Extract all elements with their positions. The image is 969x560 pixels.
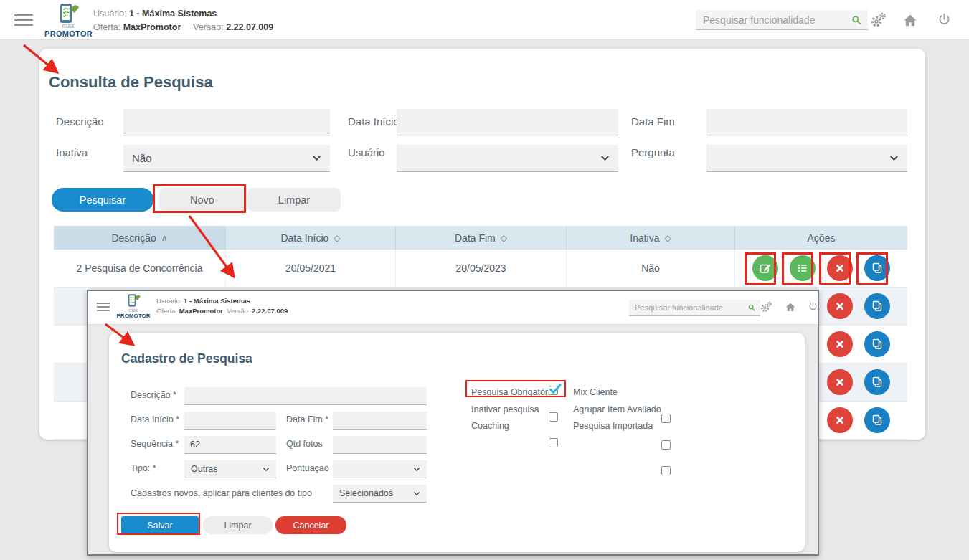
home-icon[interactable]	[785, 301, 796, 315]
functionality-search[interactable]	[629, 300, 760, 316]
user-session-info: Usuário: 1 - Máxima Sistemas Oferta: Max…	[156, 296, 288, 317]
descricao-filter-input[interactable]	[123, 109, 344, 136]
delete-action-button[interactable]	[827, 255, 853, 281]
descricao-filter-label: Descrição	[56, 115, 104, 128]
sequencia-input[interactable]	[184, 436, 288, 453]
magnifier-icon[interactable]	[851, 14, 862, 26]
power-icon[interactable]	[937, 12, 952, 30]
data-inicio-filter-field[interactable]	[397, 109, 618, 136]
data-inicio-filter-input[interactable]	[397, 109, 633, 136]
novo-button[interactable]: Novo	[159, 188, 245, 212]
header-descricao-label: Descrição	[111, 232, 156, 244]
delete-x-icon	[834, 262, 846, 274]
copy-icon	[871, 262, 884, 275]
cadastros-novos-value: Selecionados	[339, 488, 393, 498]
sort-both-icon[interactable]: ◇	[334, 233, 340, 243]
data-fim-filter-field[interactable]	[706, 109, 907, 136]
magnifier-icon[interactable]	[747, 303, 756, 312]
cadastros-novos-label: Cadastros novos, aplicar para clientes d…	[131, 488, 312, 498]
tipo-select[interactable]: Outras	[184, 460, 276, 478]
home-icon[interactable]	[902, 12, 918, 31]
search-input[interactable]	[633, 303, 747, 313]
agrupar-item-avaliado-label: Agrupar Item Avaliado	[573, 404, 661, 414]
functionality-search[interactable]	[696, 10, 868, 30]
header-data-inicio[interactable]: Data Início ◇	[226, 226, 396, 250]
sort-asc-icon[interactable]: ∧	[161, 233, 168, 243]
mix-cliente-checkbox[interactable]	[661, 414, 671, 423]
copy-icon	[871, 338, 884, 351]
agrupar-item-avaliado-checkbox[interactable]	[661, 440, 671, 450]
inativar-pesquisa-label: Inativar pesquisa	[471, 404, 539, 414]
coaching-label: Coaching	[471, 421, 509, 431]
copy-action-button[interactable]	[864, 293, 890, 319]
pontuacao-select[interactable]	[333, 460, 427, 478]
data-inicio-label: Data Início *	[131, 414, 179, 424]
data-inicio-filter-label: Data Início	[348, 115, 400, 128]
mix-cliente-label: Mix Cliente	[573, 387, 618, 397]
descricao-field[interactable]	[184, 387, 427, 405]
data-fim-filter-input[interactable]	[706, 109, 922, 136]
delete-action-button[interactable]	[827, 369, 853, 395]
maxpromotor-logo: max PROMOTOR	[115, 293, 151, 319]
header-inativa[interactable]: Inativa ◇	[567, 226, 735, 250]
version-value: 2.22.07.009	[252, 307, 288, 315]
search-input[interactable]	[701, 14, 851, 27]
page-title: Consulta de Pesquisa	[49, 73, 213, 92]
pergunta-filter-label: Pergunta	[631, 146, 675, 158]
cancelar-button[interactable]: Cancelar	[275, 516, 346, 534]
delete-action-button[interactable]	[827, 293, 853, 319]
pesquisa-importada-label: Pesquisa Importada	[573, 421, 653, 431]
tipo-value: Outras	[191, 464, 218, 474]
header-descricao[interactable]: Descrição ∧	[54, 226, 226, 250]
salvar-button[interactable]: Salvar	[121, 516, 199, 534]
delete-action-button[interactable]	[827, 407, 853, 433]
phone-logo-icon	[124, 293, 143, 309]
descricao-input[interactable]	[184, 387, 438, 404]
copy-action-button[interactable]	[864, 407, 890, 433]
menu-hamburger-icon[interactable]	[14, 14, 33, 29]
inativar-pesquisa-checkbox[interactable]	[549, 412, 558, 422]
list-action-button[interactable]	[790, 255, 816, 281]
cell-acoes	[735, 250, 907, 287]
sort-both-icon[interactable]: ◇	[665, 233, 671, 243]
copy-action-button[interactable]	[864, 255, 890, 281]
pergunta-filter-select[interactable]	[706, 145, 907, 172]
header-acoes-label: Ações	[808, 232, 836, 244]
offer-label: Oferta:	[156, 307, 177, 315]
data-fim-label: Data Fim *	[286, 414, 328, 424]
inativa-filter-select[interactable]: Não	[123, 145, 330, 172]
edit-action-button[interactable]	[752, 255, 778, 281]
settings-gears-icon[interactable]	[869, 11, 887, 32]
cell-inativa: Não	[567, 250, 735, 287]
descricao-filter-field[interactable]	[123, 109, 330, 136]
limpar-button[interactable]: Limpar	[247, 188, 341, 212]
coaching-checkbox[interactable]	[549, 438, 558, 447]
limpar-button[interactable]: Limpar	[203, 516, 273, 534]
data-fim-field[interactable]	[333, 412, 427, 430]
settings-gears-icon[interactable]	[760, 300, 772, 316]
sequencia-field[interactable]	[184, 436, 276, 454]
user-label: Usuário:	[93, 9, 127, 19]
form-title: Cadastro de Pesquisa	[121, 351, 252, 366]
qtd-fotos-field[interactable]	[333, 436, 427, 454]
copy-icon	[871, 300, 884, 313]
delete-action-button[interactable]	[827, 331, 853, 357]
qtd-fotos-input[interactable]	[333, 436, 438, 453]
data-inicio-input[interactable]	[184, 412, 288, 429]
cadastros-novos-select[interactable]: Selecionados	[333, 485, 427, 503]
copy-action-button[interactable]	[864, 331, 890, 357]
pesquisar-button[interactable]: Pesquisar	[52, 188, 153, 212]
power-icon[interactable]	[808, 301, 818, 315]
header-data-fim[interactable]: Data Fim ◇	[396, 226, 567, 250]
chevron-down-icon	[312, 155, 321, 161]
inativa-filter-label: Inativa	[56, 146, 88, 158]
data-inicio-field[interactable]	[184, 412, 276, 430]
data-fim-input[interactable]	[333, 412, 438, 429]
usuario-filter-select[interactable]	[397, 145, 618, 172]
menu-hamburger-icon[interactable]	[97, 303, 110, 313]
pesquisa-obrigatoria-checkbox[interactable]	[549, 386, 558, 395]
copy-action-button[interactable]	[864, 369, 890, 395]
logo-promotor-text: PROMOTOR	[115, 313, 151, 319]
sort-both-icon[interactable]: ◇	[501, 233, 507, 243]
pesquisa-importada-checkbox[interactable]	[661, 466, 671, 475]
